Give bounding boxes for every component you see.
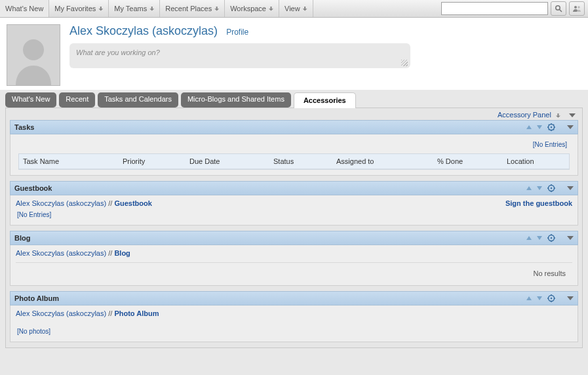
- no-entries-label: [No Entries]: [16, 138, 572, 151]
- no-photos-label: [No photos]: [17, 328, 572, 335]
- search-area: [438, 0, 588, 17]
- svg-point-4: [23, 39, 44, 60]
- gear-icon[interactable]: [547, 184, 555, 192]
- status-placeholder: What are you working on?: [76, 49, 160, 56]
- section-header-tasks: Tasks: [10, 120, 578, 134]
- menu-view[interactable]: View: [279, 0, 313, 17]
- svg-line-14: [553, 125, 554, 125]
- tab-tasks-calendars[interactable]: Tasks and Calendars: [98, 92, 178, 108]
- search-input[interactable]: [441, 2, 548, 15]
- svg-point-16: [551, 188, 552, 189]
- col-assigned-to: Assigned to: [332, 154, 433, 168]
- svg-point-28: [551, 298, 552, 299]
- gear-icon[interactable]: [547, 234, 555, 242]
- status-input[interactable]: What are you working on?: [69, 43, 410, 68]
- move-down-icon[interactable]: [537, 296, 542, 300]
- profile-link[interactable]: Profile: [226, 28, 248, 37]
- svg-line-13: [549, 129, 549, 130]
- guestbook-link[interactable]: Guestbook: [114, 199, 151, 207]
- svg-point-2: [574, 6, 577, 9]
- chevron-down-icon[interactable]: [567, 186, 574, 190]
- move-down-icon[interactable]: [537, 186, 542, 190]
- section-header-guestbook: Guestbook: [10, 181, 578, 195]
- chevron-down-icon[interactable]: [569, 113, 576, 117]
- avatar: [7, 24, 60, 86]
- profile-name: Alex Skoczylas (askoczylas): [69, 24, 218, 38]
- section-title: Guestbook: [14, 184, 526, 192]
- col-pct-done: % Done: [433, 154, 503, 168]
- tab-recent[interactable]: Recent: [59, 92, 95, 108]
- top-menu-bar: What's New My Favorites My Teams Recent …: [0, 0, 588, 18]
- no-results-label: No results: [16, 266, 572, 280]
- menu-recent-places[interactable]: Recent Places: [160, 0, 225, 17]
- move-up-icon[interactable]: [526, 296, 532, 300]
- pin-icon: [556, 113, 560, 118]
- profile-header: Alex Skoczylas (askoczylas) Profile What…: [0, 18, 588, 90]
- section-tasks: Tasks [No Entries] Task Name Priority Du…: [10, 120, 578, 176]
- section-header-photo-album: Photo Album: [10, 291, 578, 306]
- chevron-down-icon[interactable]: [567, 236, 574, 240]
- svg-point-3: [578, 6, 579, 8]
- people-icon: [572, 5, 581, 12]
- svg-line-11: [549, 125, 549, 125]
- section-photo-album: Photo Album Alex Skoczylas (askoczylas) …: [10, 291, 578, 342]
- svg-point-0: [556, 6, 560, 10]
- move-up-icon[interactable]: [526, 125, 532, 129]
- col-location: Location: [503, 154, 569, 168]
- svg-point-22: [551, 237, 552, 239]
- section-title: Photo Album: [14, 294, 526, 302]
- col-priority: Priority: [119, 154, 186, 168]
- move-up-icon[interactable]: [526, 186, 532, 190]
- tab-micro-blogs[interactable]: Micro-Blogs and Shared Items: [181, 92, 291, 108]
- search-button[interactable]: [551, 1, 566, 16]
- move-down-icon[interactable]: [537, 125, 542, 129]
- chevron-down-icon[interactable]: [567, 296, 574, 300]
- owner-link[interactable]: Alex Skoczylas (askoczylas): [16, 309, 106, 317]
- people-button[interactable]: [569, 1, 585, 16]
- section-header-blog: Blog: [10, 231, 578, 245]
- pin-icon: [149, 7, 154, 11]
- section-title: Tasks: [14, 123, 526, 131]
- blog-link[interactable]: Blog: [114, 249, 130, 257]
- menu-whats-new[interactable]: What's New: [0, 0, 49, 17]
- sign-guestbook-link[interactable]: Sign the guestbook: [505, 199, 572, 207]
- avatar-icon: [10, 33, 56, 85]
- svg-point-6: [551, 127, 552, 128]
- menu-workspace[interactable]: Workspace: [225, 0, 279, 17]
- tasks-table: Task Name Priority Due Date Status Assig…: [18, 153, 570, 170]
- pin-icon: [303, 7, 307, 11]
- col-due-date: Due Date: [186, 154, 269, 168]
- move-up-icon[interactable]: [526, 236, 532, 240]
- magnifier-icon: [555, 5, 562, 12]
- menu-my-teams[interactable]: My Teams: [109, 0, 160, 17]
- pin-icon: [269, 7, 273, 11]
- section-title: Blog: [14, 234, 526, 242]
- table-header-row: Task Name Priority Due Date Status Assig…: [19, 154, 569, 169]
- gear-icon[interactable]: [547, 123, 555, 131]
- section-blog: Blog Alex Skoczylas (askoczylas) // Blog…: [10, 231, 578, 286]
- col-status: Status: [269, 154, 332, 168]
- pin-icon: [98, 7, 103, 11]
- section-guestbook: Guestbook Sign the guestbook Alex Skoczy…: [10, 181, 578, 226]
- move-down-icon[interactable]: [537, 236, 542, 240]
- no-entries-label: [No Entries]: [17, 211, 572, 218]
- accessories-panel: Accessory Panel Tasks [No Entries] Task …: [5, 108, 583, 348]
- menu-my-favorites[interactable]: My Favorites: [49, 0, 109, 17]
- owner-link[interactable]: Alex Skoczylas (askoczylas): [16, 199, 106, 207]
- svg-line-12: [553, 129, 554, 130]
- photo-album-link[interactable]: Photo Album: [114, 309, 159, 317]
- pin-icon: [214, 7, 219, 11]
- resize-grip-icon[interactable]: [401, 60, 408, 66]
- tab-whats-new[interactable]: What's New: [5, 92, 56, 108]
- accessory-panel-link[interactable]: Accessory Panel: [498, 111, 551, 119]
- tab-bar: What's New Recent Tasks and Calendars Mi…: [0, 92, 588, 108]
- gear-icon[interactable]: [547, 294, 555, 302]
- owner-link[interactable]: Alex Skoczylas (askoczylas): [16, 249, 106, 257]
- col-task-name: Task Name: [19, 154, 119, 168]
- svg-line-1: [560, 10, 562, 12]
- tab-accessories[interactable]: Accessories: [294, 92, 356, 108]
- chevron-down-icon[interactable]: [567, 125, 574, 129]
